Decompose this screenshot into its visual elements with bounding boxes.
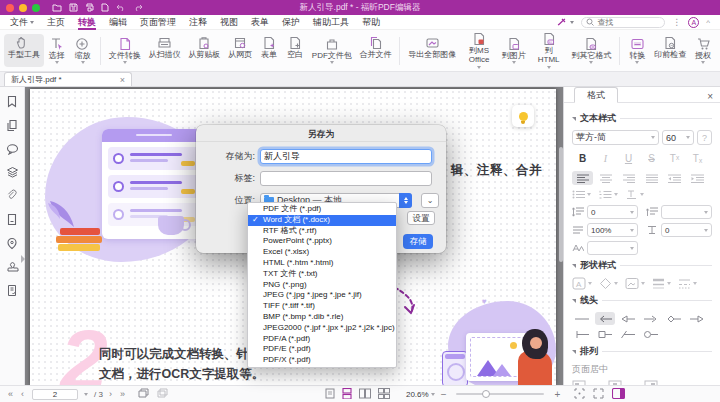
- format-option[interactable]: PDF 文件 (*.pdf): [248, 204, 396, 215]
- format-option[interactable]: RTF 格式 (*.rtf): [248, 226, 396, 237]
- image-style-button[interactable]: [625, 277, 645, 290]
- format-option[interactable]: HTML (*.htm *.html): [248, 258, 396, 269]
- format-option-selected[interactable]: ✓Word 文档 (*.docx): [248, 215, 396, 226]
- filename-input[interactable]: [260, 149, 432, 164]
- close-panel-icon[interactable]: ×: [707, 91, 713, 102]
- subscript-button[interactable]: Tₓ: [687, 151, 708, 166]
- format-option[interactable]: JPEG2000 (*.jpf *.jpx *.jp2 *.j2k *.jpc): [248, 323, 396, 334]
- format-option[interactable]: PDF/A (*.pdf): [248, 334, 396, 345]
- hand-tool-button[interactable]: 手型工具: [4, 34, 44, 67]
- close-tab-icon[interactable]: ×: [120, 75, 125, 85]
- format-option[interactable]: PNG (*.png): [248, 280, 396, 291]
- align-left-button[interactable]: [572, 171, 593, 185]
- menu-convert[interactable]: 转换: [78, 15, 96, 29]
- font-family-select[interactable]: 苹方-简: [572, 130, 659, 145]
- line-end-slash[interactable]: [618, 328, 638, 341]
- next-page-button[interactable]: ›: [109, 389, 114, 399]
- to-other-format-button[interactable]: 到其它格式: [568, 35, 616, 67]
- from-clipboard-button[interactable]: 从剪贴板: [184, 34, 224, 67]
- minimize-window-button[interactable]: [19, 4, 27, 12]
- chevron-down-icon[interactable]: [84, 393, 88, 396]
- zoom-slider[interactable]: [456, 393, 544, 395]
- location-stepper[interactable]: [399, 193, 412, 208]
- align-justify-button[interactable]: [641, 171, 662, 185]
- menu-help[interactable]: 帮助: [362, 15, 380, 29]
- text-baseline-button[interactable]: [626, 190, 644, 199]
- ocr-convert-button[interactable]: 转换: [624, 35, 650, 67]
- format-option[interactable]: TIFF (*.tiff *.tif): [248, 301, 396, 312]
- line-weight-button[interactable]: [652, 277, 671, 290]
- previous-page-button[interactable]: ‹: [21, 389, 26, 399]
- undo-icon[interactable]: [116, 4, 126, 12]
- open-file-icon[interactable]: [52, 3, 62, 12]
- menu-comment[interactable]: 注释: [189, 15, 207, 29]
- align-center-button[interactable]: [595, 171, 616, 185]
- expand-dialog-button[interactable]: ⌄: [421, 193, 439, 208]
- bullet-list-button[interactable]: [572, 190, 591, 199]
- menu-page-manage[interactable]: 页面管理: [140, 15, 176, 29]
- format-option[interactable]: PowerPoint (*.pptx): [248, 236, 396, 247]
- print-icon[interactable]: [85, 3, 94, 12]
- redo-icon[interactable]: [133, 4, 143, 12]
- to-ms-office-button[interactable]: 到MS Office: [460, 30, 498, 71]
- search-box[interactable]: [581, 17, 665, 28]
- tags-input[interactable]: [260, 171, 432, 186]
- indent-increase-button[interactable]: [687, 171, 708, 185]
- license-button[interactable]: 授权: [690, 35, 716, 67]
- menu-edit[interactable]: 编辑: [109, 15, 127, 29]
- menu-protect[interactable]: 保护: [282, 15, 300, 29]
- tab-format[interactable]: 格式: [574, 87, 618, 103]
- line-spacing-control[interactable]: 0: [572, 205, 638, 219]
- pages-icon[interactable]: [6, 119, 18, 132]
- pdf-portfolio-button[interactable]: PDF文件包: [308, 35, 356, 67]
- document-scrollbar[interactable]: [559, 147, 563, 262]
- form-button[interactable]: 表单: [256, 34, 282, 67]
- font-size-select[interactable]: 60: [662, 130, 694, 145]
- paragraph-spacing-control[interactable]: [646, 205, 712, 219]
- italic-button[interactable]: I: [595, 151, 616, 166]
- horizontal-scale-control[interactable]: 100%: [572, 223, 638, 237]
- bold-button[interactable]: B: [572, 151, 593, 166]
- quick-tool-icon[interactable]: [556, 17, 574, 27]
- format-option[interactable]: Excel (*.xlsx): [248, 247, 396, 258]
- align-right-button[interactable]: [618, 171, 639, 185]
- line-end-arrow[interactable]: [595, 312, 615, 325]
- collapse-ribbon-icon[interactable]: ^: [706, 18, 710, 27]
- search-input[interactable]: [597, 18, 657, 27]
- destinations-icon[interactable]: [6, 237, 18, 250]
- format-option[interactable]: TXT 文件 (*.txt): [248, 269, 396, 280]
- zoom-slider-knob[interactable]: [482, 390, 490, 398]
- format-option[interactable]: PDF/E (*.pdf): [248, 344, 396, 355]
- numbered-list-button[interactable]: [599, 190, 618, 199]
- next-view-icon[interactable]: [156, 388, 169, 400]
- preflight-button[interactable]: 印前检查: [650, 34, 690, 67]
- line-end-open-arrow[interactable]: [641, 312, 661, 325]
- to-html-button[interactable]: 到 HTML: [530, 30, 568, 71]
- menu-form[interactable]: 表单: [251, 15, 269, 29]
- line-dash-button[interactable]: [678, 277, 697, 290]
- line-end-square[interactable]: [595, 328, 615, 341]
- two-page-view-icon[interactable]: [359, 388, 371, 401]
- fit-page-icon[interactable]: [574, 388, 585, 401]
- blank-button[interactable]: 空白: [282, 34, 308, 67]
- comments-icon[interactable]: [6, 143, 19, 155]
- line-ends-section-header[interactable]: 线头: [572, 294, 712, 307]
- signatures-icon[interactable]: [6, 284, 18, 297]
- continuous-view-icon[interactable]: [342, 388, 352, 401]
- page-number-input[interactable]: 2: [32, 389, 78, 400]
- from-web-button[interactable]: 从网页: [224, 34, 256, 67]
- close-window-button[interactable]: [6, 4, 14, 12]
- fullscreen-icon[interactable]: [593, 388, 604, 401]
- superscript-button[interactable]: Tˣ: [664, 151, 685, 166]
- layers-icon[interactable]: [6, 166, 19, 178]
- line-end-diamond[interactable]: [664, 312, 684, 325]
- bookmarks-icon[interactable]: [6, 95, 18, 108]
- shape-fill-button[interactable]: [599, 277, 618, 290]
- format-option[interactable]: JPEG (*.jpg *.jpeg *.jpe *.jif): [248, 290, 396, 301]
- arrange-section-header[interactable]: 排列: [572, 345, 712, 358]
- from-scanner-button[interactable]: 从扫描仪: [145, 34, 185, 67]
- first-page-button[interactable]: «: [8, 389, 15, 399]
- line-end-butt[interactable]: [572, 328, 592, 341]
- menu-view[interactable]: 视图: [220, 15, 238, 29]
- menu-accessibility[interactable]: 辅助工具: [313, 15, 349, 29]
